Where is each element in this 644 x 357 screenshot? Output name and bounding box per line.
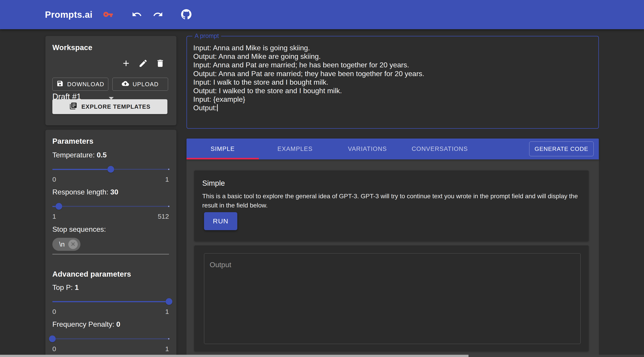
slider-track	[52, 301, 169, 302]
output-textarea[interactable]: Output	[204, 253, 581, 344]
key-icon	[103, 9, 113, 20]
stop-sequences-input-underline[interactable]	[52, 254, 169, 254]
output-placeholder: Output	[210, 261, 231, 269]
max-mark: 1	[165, 308, 169, 316]
min-mark: 0	[52, 176, 56, 183]
max-mark: 512	[158, 213, 169, 220]
generate-code-button[interactable]: GENERATE CODE	[529, 141, 594, 156]
frequency-penalty-slider[interactable]	[52, 336, 169, 342]
save-icon	[56, 80, 64, 89]
upload-label: UPLOAD	[132, 81, 159, 88]
api-key-button[interactable]	[101, 8, 115, 21]
min-mark: 1	[52, 213, 56, 220]
simple-card-description: This is a basic tool to explore the gene…	[202, 192, 585, 210]
temperature-label: Temperature: 0.5	[52, 151, 107, 159]
download-button[interactable]: DOWNLOAD	[52, 78, 108, 91]
slider-end-dot	[168, 206, 170, 207]
library-books-icon	[69, 102, 77, 112]
tab-conversations[interactable]: CONVERSATIONS	[404, 139, 476, 159]
undo-icon	[132, 9, 142, 20]
run-button[interactable]: RUN	[204, 212, 237, 230]
top-p-slider[interactable]	[52, 298, 169, 305]
response-length-marks: 1 512	[52, 213, 169, 220]
explore-templates-label: EXPLORE TEMPLATES	[81, 103, 150, 110]
temperature-slider-thumb[interactable]	[108, 166, 114, 173]
cloud-upload-icon	[122, 80, 129, 89]
active-tab-indicator	[186, 158, 259, 159]
undo-button[interactable]	[130, 8, 144, 21]
response-length-value: 30	[110, 188, 118, 196]
tab-variations[interactable]: VARIATIONS	[331, 139, 404, 159]
horizontal-scrollbar	[0, 355, 644, 357]
upload-button[interactable]: UPLOAD	[112, 78, 168, 91]
prompt-text: Input: Anna and Mike is going skiing. Ou…	[193, 43, 592, 112]
trash-icon	[156, 59, 165, 69]
chip-delete-button[interactable]	[68, 240, 78, 249]
explore-templates-button[interactable]: EXPLORE TEMPLATES	[52, 99, 168, 114]
add-draft-button[interactable]	[120, 57, 132, 70]
workspace-card: Workspace Draft #1 DOWNLOAD	[46, 36, 176, 125]
top-p-marks: 0 1	[52, 308, 169, 316]
frequency-penalty-marks: 0 1	[52, 345, 169, 353]
temperature-slider[interactable]	[52, 166, 169, 172]
app-title: Prompts.ai	[45, 0, 92, 29]
redo-button[interactable]	[151, 8, 165, 21]
simple-card: Simple This is a basic tool to explore t…	[194, 170, 589, 241]
mode-tabbar: SIMPLE EXAMPLES VARIATIONS CONVERSATIONS…	[186, 139, 599, 159]
github-icon	[181, 9, 192, 20]
min-mark: 0	[52, 308, 56, 316]
min-mark: 0	[52, 345, 56, 353]
frequency-penalty-slider-thumb[interactable]	[49, 336, 56, 342]
top-p-slider-thumb[interactable]	[166, 298, 172, 305]
github-button[interactable]	[180, 8, 193, 21]
simple-tab-panel: Simple This is a basic tool to explore t…	[186, 159, 599, 357]
text-cursor	[217, 104, 218, 111]
tab-examples[interactable]: EXAMPLES	[259, 139, 331, 159]
stop-sequence-chip-text: \n	[59, 241, 65, 248]
rename-draft-button[interactable]	[137, 57, 150, 70]
slider-end-dot	[168, 338, 170, 340]
frequency-penalty-label: Frequency Penalty: 0	[52, 320, 120, 329]
plus-icon	[121, 59, 131, 69]
max-mark: 1	[165, 345, 169, 353]
pencil-icon	[138, 59, 148, 69]
workspace-title: Workspace	[52, 43, 92, 52]
parameters-title: Parameters	[52, 137, 94, 145]
max-mark: 1	[165, 176, 169, 183]
slider-end-dot	[168, 169, 170, 170]
prompt-textarea[interactable]: A prompt Input: Anna and Mike is going s…	[186, 36, 599, 129]
top-p-value: 1	[75, 283, 79, 292]
simple-card-title: Simple	[202, 179, 225, 187]
prompt-field-label: A prompt	[192, 32, 221, 39]
stop-sequence-chip: \n	[52, 238, 80, 251]
slider-rail	[52, 206, 169, 207]
top-p-label: Top P: 1	[52, 283, 79, 292]
app-bar: Prompts.ai	[0, 0, 644, 29]
tab-simple[interactable]: SIMPLE	[186, 139, 259, 159]
slider-rail	[52, 338, 169, 339]
response-length-label: Response length: 30	[52, 188, 118, 196]
redo-icon	[153, 9, 163, 20]
response-length-slider-thumb[interactable]	[56, 203, 62, 210]
temperature-marks: 0 1	[52, 176, 169, 183]
slider-track	[52, 169, 111, 170]
advanced-parameters-title: Advanced parameters	[52, 270, 131, 278]
app-root: Prompts.ai Workspace Draft #1	[0, 0, 644, 357]
output-card: Output	[194, 245, 589, 352]
response-length-slider[interactable]	[52, 203, 169, 210]
parameters-card: Parameters Temperature: 0.5 0 1 Response…	[46, 130, 176, 357]
horizontal-scrollbar-thumb[interactable]	[0, 355, 468, 357]
delete-draft-button[interactable]	[154, 57, 166, 70]
frequency-penalty-value: 0	[116, 320, 120, 328]
close-icon	[70, 241, 76, 247]
stop-sequences-label: Stop sequences:	[52, 225, 106, 234]
temperature-value: 0.5	[96, 151, 106, 159]
download-label: DOWNLOAD	[67, 81, 104, 88]
